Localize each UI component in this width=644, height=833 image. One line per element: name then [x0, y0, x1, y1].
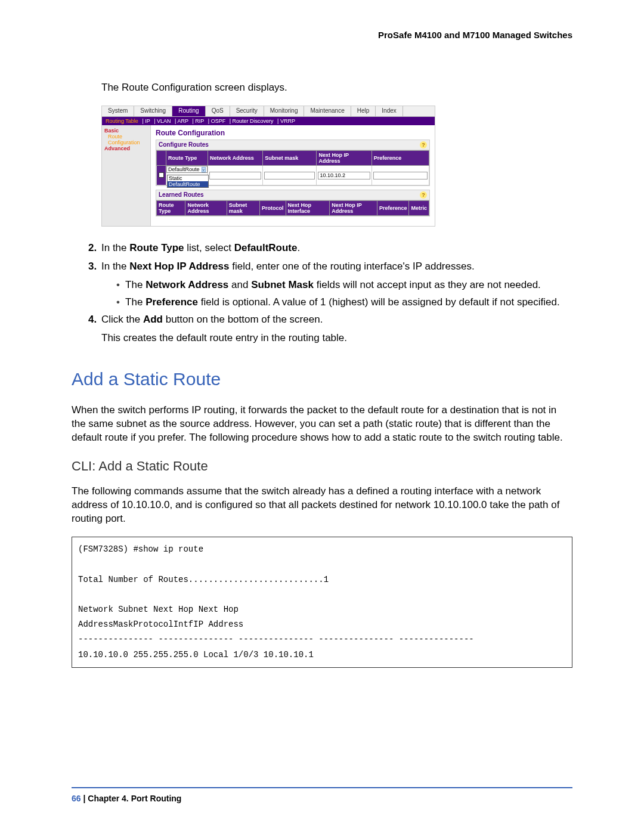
lr-col-next-hop-intf: Next Hop Interface — [286, 201, 330, 216]
tab-monitoring[interactable]: Monitoring — [264, 106, 305, 116]
lr-col-protocol: Protocol — [259, 201, 286, 216]
heading-cli-add-static-route: CLI: Add a Static Route — [72, 459, 572, 474]
subtab-rip[interactable]: RIP — [195, 118, 204, 124]
static-route-intro: When the switch performs IP routing, it … — [72, 404, 572, 445]
tab-switching[interactable]: Switching — [134, 106, 172, 116]
configure-routes-section: Configure Routes ? Route Type Network Ad… — [156, 140, 430, 186]
learned-routes-section: Learned Routes ? Route Type Network Addr… — [156, 190, 430, 216]
subtab-vlan[interactable]: VLAN — [157, 118, 171, 124]
configure-routes-table: Route Type Network Address Subnet mask N… — [156, 150, 429, 185]
preference-input[interactable] — [373, 172, 428, 179]
configure-routes-title: Configure Routes — [159, 141, 209, 148]
subnet-mask-input[interactable] — [264, 172, 315, 179]
lr-col-metric: Metric — [409, 201, 429, 216]
intro-text: The Route Configuration screen displays. — [101, 82, 572, 94]
col-next-hop-ip: Next Hop IP Address — [317, 151, 371, 166]
heading-add-static-route: Add a Static Route — [72, 369, 572, 389]
route-type-dropdown[interactable]: Static DefaultRoute — [167, 175, 209, 188]
main-tabs: System Switching Routing QoS Security Mo… — [102, 106, 435, 117]
next-hop-ip-input[interactable] — [318, 172, 370, 179]
cli-intro: The following commands assume that the s… — [72, 485, 572, 526]
sub-tabs: Routing Table | IP | VLAN | ARP | RIP | … — [102, 117, 435, 125]
subtab-routing-table[interactable]: Routing Table — [106, 118, 138, 124]
lr-col-preference: Preference — [377, 201, 409, 216]
step-3-bullet-1: • The Network Address and Subnet Mask fi… — [116, 278, 572, 292]
tab-maintenance[interactable]: Maintenance — [304, 106, 351, 116]
tab-security[interactable]: Security — [230, 106, 264, 116]
step-4: 4.Click the Add button on the bottom of … — [88, 313, 572, 327]
help-icon[interactable]: ? — [420, 141, 427, 148]
subtab-vrrp[interactable]: VRRP — [280, 118, 295, 124]
option-default-route[interactable]: DefaultRoute — [168, 181, 208, 187]
learned-routes-title: Learned Routes — [159, 191, 204, 199]
subtab-router-discovery[interactable]: Router Discovery — [233, 118, 274, 124]
step-4-continuation: This creates the default route entry in … — [101, 332, 572, 345]
footer-rule — [72, 787, 572, 788]
page-number: 66 — [72, 794, 81, 803]
network-address-input[interactable] — [209, 172, 261, 179]
help-icon[interactable]: ? — [420, 191, 427, 199]
doc-header: ProSafe M4100 and M7100 Managed Switches — [72, 30, 572, 40]
lr-col-next-hop-ip: Next Hop IP Address — [330, 201, 377, 216]
chapter-label: Chapter 4. Port Routing — [88, 794, 181, 803]
tab-index[interactable]: Index — [376, 106, 402, 116]
lr-col-route-type: Route Type — [157, 201, 185, 216]
subtab-ospf[interactable]: OSPF — [211, 118, 226, 124]
sidebar: Basic Route Configuration Advanced — [102, 125, 151, 226]
subtab-arp[interactable]: ARP — [177, 118, 188, 124]
page-footer: 66 | Chapter 4. Port Routing — [72, 794, 181, 803]
step-3: 3.In the Next Hop IP Address field, ente… — [88, 260, 572, 274]
sidebar-route-config[interactable]: Route Configuration — [108, 134, 148, 145]
tab-routing[interactable]: Routing — [172, 106, 205, 116]
sidebar-basic[interactable]: Basic — [104, 128, 148, 134]
learned-routes-table: Route Type Network Address Subnet mask P… — [156, 200, 429, 216]
tab-help[interactable]: Help — [351, 106, 376, 116]
row-checkbox[interactable] — [157, 166, 166, 185]
tab-qos[interactable]: QoS — [206, 106, 230, 116]
chevron-down-icon: v — [202, 167, 206, 172]
panel-title: Route Configuration — [156, 129, 430, 137]
cli-output: (FSM7328S) #show ip route Total Number o… — [72, 537, 572, 668]
sidebar-advanced[interactable]: Advanced — [104, 145, 148, 151]
tab-system[interactable]: System — [102, 106, 134, 116]
subtab-ip[interactable]: IP — [145, 118, 150, 124]
col-route-type: Route Type — [166, 151, 208, 166]
lr-col-network-address: Network Address — [185, 201, 227, 216]
option-static[interactable]: Static — [168, 175, 208, 181]
route-config-screenshot: System Switching Routing QoS Security Mo… — [101, 106, 435, 227]
step-2: 2.In the Route Type list, select Default… — [88, 241, 572, 255]
route-type-select[interactable]: DefaultRoute v — [166, 166, 208, 173]
lr-col-subnet-mask: Subnet mask — [227, 201, 259, 216]
col-network-address: Network Address — [208, 151, 263, 166]
step-3-bullet-2: • The Preference field is optional. A va… — [116, 296, 572, 309]
col-preference: Preference — [371, 151, 429, 166]
col-subnet-mask: Subnet mask — [263, 151, 317, 166]
